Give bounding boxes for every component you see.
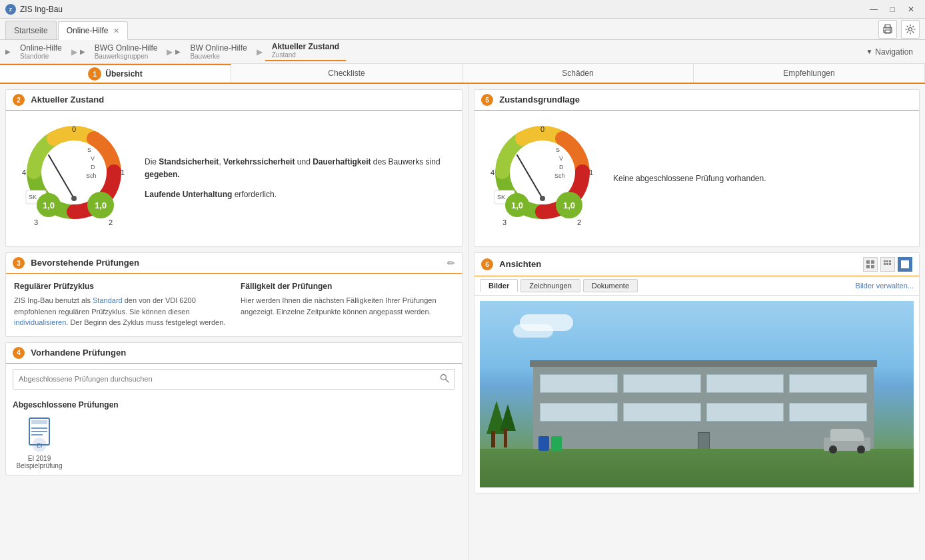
view-icon-2[interactable] xyxy=(880,257,895,272)
section-header-6: 6 Ansichten xyxy=(474,253,919,276)
search-bar[interactable] xyxy=(13,369,455,390)
faelligkeit-col: Fälligkeit der Prüfungen Hier werden Ihn… xyxy=(241,282,454,328)
search-input[interactable] xyxy=(13,371,435,387)
breadcrumb-online-hilfe[interactable]: Online-Hilfe Standorte xyxy=(13,43,69,60)
car xyxy=(824,429,870,451)
grass xyxy=(480,449,914,487)
section-title-5: 5 Zustandsgrundlage xyxy=(481,94,580,106)
pruefung-item-ei2019[interactable]: EI EI 2019 Beispielprüfung xyxy=(13,415,66,469)
section-title-6: 6 Ansichten xyxy=(481,258,541,270)
section-header-4: 4 Vorhandene Prüfungen xyxy=(6,343,462,364)
tab-zeichnungen[interactable]: Zeichnungen xyxy=(520,279,580,292)
svg-rect-60 xyxy=(901,260,909,268)
settings-icon[interactable] xyxy=(901,20,920,39)
svg-rect-50 xyxy=(866,260,870,264)
svg-rect-58 xyxy=(886,263,888,265)
print-icon[interactable] xyxy=(878,20,897,39)
search-icon[interactable] xyxy=(435,370,455,389)
window-6 xyxy=(623,403,701,421)
svg-rect-56 xyxy=(889,260,891,262)
window-2 xyxy=(623,374,701,393)
svg-text:3: 3 xyxy=(34,218,38,226)
svg-point-5 xyxy=(890,29,891,30)
breadcrumb-bwg[interactable]: BWG Online-Hilfe Bauwerksgruppen xyxy=(88,43,165,60)
window-4 xyxy=(789,374,867,393)
standard-link[interactable]: Standard xyxy=(93,296,123,304)
tab-schaden[interactable]: Schäden xyxy=(462,64,694,83)
svg-rect-27 xyxy=(31,420,47,424)
regulaer-col: Regulärer Prüfzyklus ZIS Ing-Bau benutzt… xyxy=(14,282,227,328)
tab-bilder[interactable]: Bilder xyxy=(480,279,518,292)
svg-text:Z: Z xyxy=(9,7,13,12)
breadcrumb-bw[interactable]: BW Online-Hilfe Bauwerke xyxy=(183,43,253,60)
building-body xyxy=(533,364,874,451)
section-bevorstehende: 3 Bevorstehende Prüfungen ✏ Regulärer Pr… xyxy=(5,252,462,337)
section-header-2: 2 Aktueller Zustand xyxy=(6,90,462,111)
svg-point-34 xyxy=(540,196,545,201)
svg-text:SK: SK xyxy=(29,194,37,200)
svg-text:1,0: 1,0 xyxy=(95,200,107,210)
pruefung-icon-ei2019: EI xyxy=(19,415,59,455)
windows-row1 xyxy=(540,374,867,393)
svg-text:0: 0 xyxy=(72,125,76,133)
breadcrumb-bar: ▶ Online-Hilfe Standorte ▶ ▶ BWG Online-… xyxy=(0,40,925,64)
bin-green xyxy=(551,436,562,451)
maximize-button[interactable]: □ xyxy=(884,3,901,16)
svg-line-7 xyxy=(49,155,74,198)
tab-dokumente[interactable]: Dokumente xyxy=(583,279,638,292)
breadcrumb-arrow-1: ▶ xyxy=(71,47,77,57)
view-icon-3[interactable] xyxy=(898,257,912,272)
window-controls[interactable]: — □ ✕ xyxy=(865,3,920,16)
play-icon-3[interactable]: ▶ xyxy=(175,48,181,55)
bilder-verwalten-link[interactable]: Bilder verwalten... xyxy=(856,282,914,290)
tab-empfehlungen[interactable]: Empfehlungen xyxy=(694,64,925,83)
section-aktueller-zustand: 2 Aktueller Zustand xyxy=(5,89,462,247)
navigation-button[interactable]: ▼ Navigation xyxy=(859,45,920,59)
svg-rect-51 xyxy=(871,260,874,264)
view-icon-1[interactable] xyxy=(863,257,878,272)
tab-bar: Startseite Online-Hilfe ✕ xyxy=(0,19,925,40)
svg-text:4: 4 xyxy=(490,168,494,176)
tab-checkliste[interactable]: Checkliste xyxy=(231,64,462,83)
svg-text:1: 1 xyxy=(589,168,593,176)
breadcrumb-aktuell[interactable]: Aktueller Zustand Zustand xyxy=(265,42,346,61)
app-icon: Z xyxy=(5,4,16,15)
individualisieren-link[interactable]: individualisieren xyxy=(14,318,66,326)
svg-text:4: 4 xyxy=(22,168,26,176)
right-panel: 5 Zustandsgrundlage SK 1,0 0 xyxy=(468,84,925,560)
left-panel: 2 Aktueller Zustand xyxy=(0,84,468,560)
svg-text:Sch: Sch xyxy=(86,172,97,179)
no-pruefung-text: Keine abgeschlossene Prüfung vorhanden. xyxy=(613,174,766,183)
view-mode-icons xyxy=(863,257,912,272)
svg-text:2: 2 xyxy=(109,218,113,226)
svg-text:2: 2 xyxy=(577,218,581,226)
play-icon-2[interactable]: ▶ xyxy=(80,48,85,55)
tree-2-top xyxy=(500,404,516,431)
tree-1-trunk xyxy=(491,431,495,447)
svg-rect-54 xyxy=(884,260,886,262)
gauge-container-2: SK 1,0 0 1 2 3 4 S V D Sch xyxy=(6,111,462,246)
svg-text:Sch: Sch xyxy=(554,172,565,179)
pruefung-list: Abgeschlossene Prüfungen EI EI 2019 Beis… xyxy=(6,395,462,475)
play-icon-1[interactable]: ▶ xyxy=(5,48,11,55)
svg-text:D: D xyxy=(91,164,95,170)
app-title: ZIS Ing-Bau xyxy=(20,5,63,14)
minimize-button[interactable]: — xyxy=(865,3,882,16)
svg-text:V: V xyxy=(559,155,563,162)
tab-ubersicht[interactable]: 1 Übersicht xyxy=(0,64,231,83)
tab-startseite[interactable]: Startseite xyxy=(5,21,57,39)
svg-text:1,0: 1,0 xyxy=(43,200,55,210)
svg-line-25 xyxy=(446,379,449,382)
svg-line-33 xyxy=(517,155,542,198)
tab-online-hilfe[interactable]: Online-Hilfe ✕ xyxy=(58,21,129,40)
section-tabs: 1 Übersicht Checkliste Schäden Empfehlun… xyxy=(0,64,925,84)
wheel-2 xyxy=(857,445,865,453)
svg-rect-52 xyxy=(866,265,870,268)
svg-text:1: 1 xyxy=(121,168,125,176)
building-door xyxy=(698,432,710,451)
tab-close-icon[interactable]: ✕ xyxy=(113,27,119,35)
close-button[interactable]: ✕ xyxy=(902,3,920,16)
edit-icon-3[interactable]: ✏ xyxy=(447,258,455,268)
svg-point-8 xyxy=(71,196,77,201)
svg-text:1,0: 1,0 xyxy=(511,200,523,210)
